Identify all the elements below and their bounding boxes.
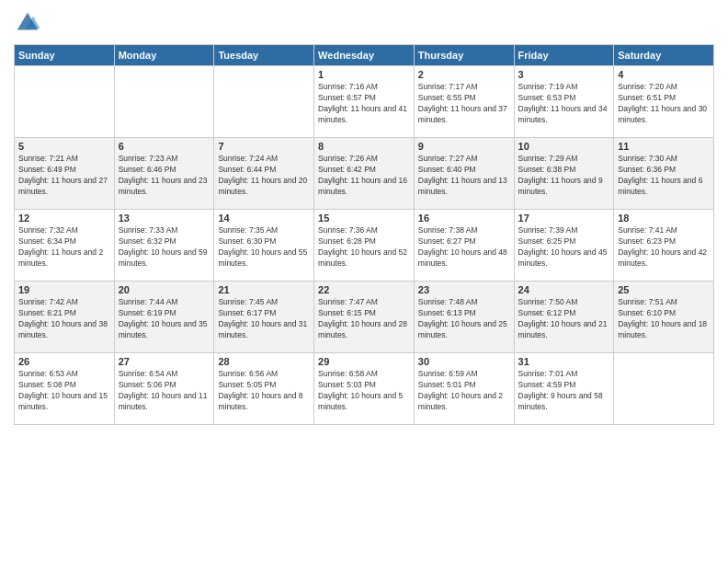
day-info: Sunrise: 7:44 AM Sunset: 6:19 PM Dayligh… — [119, 297, 210, 341]
calendar-day-31: 31Sunrise: 7:01 AM Sunset: 4:59 PM Dayli… — [514, 353, 614, 425]
empty-cell — [214, 66, 314, 138]
weekday-header-friday: Friday — [514, 45, 614, 66]
day-info: Sunrise: 7:26 AM Sunset: 6:42 PM Dayligh… — [318, 154, 410, 198]
day-number: 30 — [418, 356, 510, 367]
calendar-day-18: 18Sunrise: 7:41 AM Sunset: 6:23 PM Dayli… — [614, 210, 714, 282]
day-number: 9 — [418, 141, 510, 152]
day-info: Sunrise: 7:16 AM Sunset: 6:57 PM Dayligh… — [318, 82, 410, 126]
calendar-week-3: 12Sunrise: 7:32 AM Sunset: 6:34 PM Dayli… — [15, 210, 714, 282]
calendar-day-27: 27Sunrise: 6:54 AM Sunset: 5:06 PM Dayli… — [114, 353, 214, 425]
day-info: Sunrise: 7:51 AM Sunset: 6:10 PM Dayligh… — [618, 297, 710, 341]
day-number: 23 — [418, 284, 510, 295]
day-number: 5 — [18, 141, 110, 152]
calendar-day-24: 24Sunrise: 7:50 AM Sunset: 6:12 PM Dayli… — [514, 282, 614, 353]
day-info: Sunrise: 7:20 AM Sunset: 6:51 PM Dayligh… — [618, 82, 710, 126]
day-info: Sunrise: 7:23 AM Sunset: 6:46 PM Dayligh… — [119, 154, 210, 198]
calendar-day-19: 19Sunrise: 7:42 AM Sunset: 6:21 PM Dayli… — [15, 282, 115, 353]
day-number: 13 — [119, 213, 210, 224]
calendar-day-22: 22Sunrise: 7:47 AM Sunset: 6:15 PM Dayli… — [314, 282, 415, 353]
calendar-day-17: 17Sunrise: 7:39 AM Sunset: 6:25 PM Dayli… — [514, 210, 614, 282]
day-info: Sunrise: 7:19 AM Sunset: 6:53 PM Dayligh… — [518, 82, 610, 126]
day-number: 4 — [618, 69, 710, 80]
day-number: 26 — [18, 356, 110, 367]
day-number: 18 — [618, 213, 710, 224]
day-info: Sunrise: 6:58 AM Sunset: 5:03 PM Dayligh… — [318, 369, 410, 413]
day-info: Sunrise: 7:47 AM Sunset: 6:15 PM Dayligh… — [318, 297, 410, 341]
calendar-day-3: 3Sunrise: 7:19 AM Sunset: 6:53 PM Daylig… — [514, 66, 614, 138]
day-number: 11 — [618, 141, 710, 152]
calendar-day-15: 15Sunrise: 7:36 AM Sunset: 6:28 PM Dayli… — [314, 210, 415, 282]
weekday-header-thursday: Thursday — [414, 45, 514, 66]
day-number: 21 — [218, 284, 310, 295]
calendar-week-1: 1Sunrise: 7:16 AM Sunset: 6:57 PM Daylig… — [15, 66, 714, 138]
calendar-week-2: 5Sunrise: 7:21 AM Sunset: 6:49 PM Daylig… — [15, 138, 714, 210]
day-info: Sunrise: 7:39 AM Sunset: 6:25 PM Dayligh… — [518, 225, 610, 270]
day-info: Sunrise: 7:21 AM Sunset: 6:49 PM Dayligh… — [18, 154, 110, 198]
day-number: 31 — [518, 356, 610, 367]
weekday-header-saturday: Saturday — [614, 45, 714, 66]
day-number: 2 — [418, 69, 510, 80]
calendar-day-20: 20Sunrise: 7:44 AM Sunset: 6:19 PM Dayli… — [114, 282, 214, 353]
empty-cell — [614, 353, 714, 425]
day-number: 16 — [418, 213, 510, 224]
day-info: Sunrise: 6:54 AM Sunset: 5:06 PM Dayligh… — [119, 369, 210, 413]
weekday-header-tuesday: Tuesday — [214, 45, 314, 66]
day-number: 17 — [518, 213, 610, 224]
calendar-table: SundayMondayTuesdayWednesdayThursdayFrid… — [14, 44, 714, 425]
calendar-day-6: 6Sunrise: 7:23 AM Sunset: 6:46 PM Daylig… — [114, 138, 214, 210]
day-info: Sunrise: 7:48 AM Sunset: 6:13 PM Dayligh… — [418, 297, 510, 341]
day-number: 24 — [518, 284, 610, 295]
calendar-day-29: 29Sunrise: 6:58 AM Sunset: 5:03 PM Dayli… — [314, 353, 415, 425]
day-number: 3 — [518, 69, 610, 80]
calendar-day-10: 10Sunrise: 7:29 AM Sunset: 6:38 PM Dayli… — [514, 138, 614, 210]
calendar-day-1: 1Sunrise: 7:16 AM Sunset: 6:57 PM Daylig… — [314, 66, 415, 138]
calendar-week-4: 19Sunrise: 7:42 AM Sunset: 6:21 PM Dayli… — [15, 282, 714, 353]
day-number: 20 — [119, 284, 210, 295]
day-info: Sunrise: 7:01 AM Sunset: 4:59 PM Dayligh… — [518, 369, 610, 413]
day-info: Sunrise: 7:38 AM Sunset: 6:27 PM Dayligh… — [418, 225, 510, 270]
empty-cell — [15, 66, 115, 138]
calendar-day-30: 30Sunrise: 6:59 AM Sunset: 5:01 PM Dayli… — [414, 353, 514, 425]
day-info: Sunrise: 6:56 AM Sunset: 5:05 PM Dayligh… — [218, 369, 310, 413]
day-number: 8 — [318, 141, 410, 152]
empty-cell — [114, 66, 214, 138]
calendar-day-14: 14Sunrise: 7:35 AM Sunset: 6:30 PM Dayli… — [214, 210, 314, 282]
day-info: Sunrise: 7:33 AM Sunset: 6:32 PM Dayligh… — [119, 225, 210, 270]
calendar-week-5: 26Sunrise: 6:53 AM Sunset: 5:08 PM Dayli… — [15, 353, 714, 425]
day-info: Sunrise: 7:24 AM Sunset: 6:44 PM Dayligh… — [218, 154, 310, 198]
day-info: Sunrise: 7:35 AM Sunset: 6:30 PM Dayligh… — [218, 225, 310, 270]
calendar-day-21: 21Sunrise: 7:45 AM Sunset: 6:17 PM Dayli… — [214, 282, 314, 353]
day-info: Sunrise: 7:32 AM Sunset: 6:34 PM Dayligh… — [18, 225, 110, 270]
calendar-day-13: 13Sunrise: 7:33 AM Sunset: 6:32 PM Dayli… — [114, 210, 214, 282]
logo-icon — [14, 9, 41, 37]
day-number: 14 — [218, 213, 310, 224]
day-number: 7 — [218, 141, 310, 152]
day-number: 6 — [119, 141, 210, 152]
day-info: Sunrise: 6:59 AM Sunset: 5:01 PM Dayligh… — [418, 369, 510, 413]
calendar-day-5: 5Sunrise: 7:21 AM Sunset: 6:49 PM Daylig… — [15, 138, 115, 210]
weekday-header-sunday: Sunday — [15, 45, 115, 66]
logo — [14, 9, 45, 37]
calendar-day-12: 12Sunrise: 7:32 AM Sunset: 6:34 PM Dayli… — [15, 210, 115, 282]
day-info: Sunrise: 7:50 AM Sunset: 6:12 PM Dayligh… — [518, 297, 610, 341]
day-number: 1 — [318, 69, 410, 80]
calendar-day-2: 2Sunrise: 7:17 AM Sunset: 6:55 PM Daylig… — [414, 66, 514, 138]
day-info: Sunrise: 6:53 AM Sunset: 5:08 PM Dayligh… — [18, 369, 110, 413]
day-number: 29 — [318, 356, 410, 367]
calendar-day-9: 9Sunrise: 7:27 AM Sunset: 6:40 PM Daylig… — [414, 138, 514, 210]
day-number: 25 — [618, 284, 710, 295]
day-info: Sunrise: 7:27 AM Sunset: 6:40 PM Dayligh… — [418, 154, 510, 198]
day-number: 10 — [518, 141, 610, 152]
calendar-day-7: 7Sunrise: 7:24 AM Sunset: 6:44 PM Daylig… — [214, 138, 314, 210]
weekday-header-monday: Monday — [114, 45, 214, 66]
calendar-day-28: 28Sunrise: 6:56 AM Sunset: 5:05 PM Dayli… — [214, 353, 314, 425]
calendar-day-16: 16Sunrise: 7:38 AM Sunset: 6:27 PM Dayli… — [414, 210, 514, 282]
day-number: 12 — [18, 213, 110, 224]
day-info: Sunrise: 7:45 AM Sunset: 6:17 PM Dayligh… — [218, 297, 310, 341]
day-number: 28 — [218, 356, 310, 367]
day-info: Sunrise: 7:30 AM Sunset: 6:36 PM Dayligh… — [618, 154, 710, 198]
calendar-day-25: 25Sunrise: 7:51 AM Sunset: 6:10 PM Dayli… — [614, 282, 714, 353]
day-number: 19 — [18, 284, 110, 295]
day-info: Sunrise: 7:42 AM Sunset: 6:21 PM Dayligh… — [18, 297, 110, 341]
day-info: Sunrise: 7:29 AM Sunset: 6:38 PM Dayligh… — [518, 154, 610, 198]
